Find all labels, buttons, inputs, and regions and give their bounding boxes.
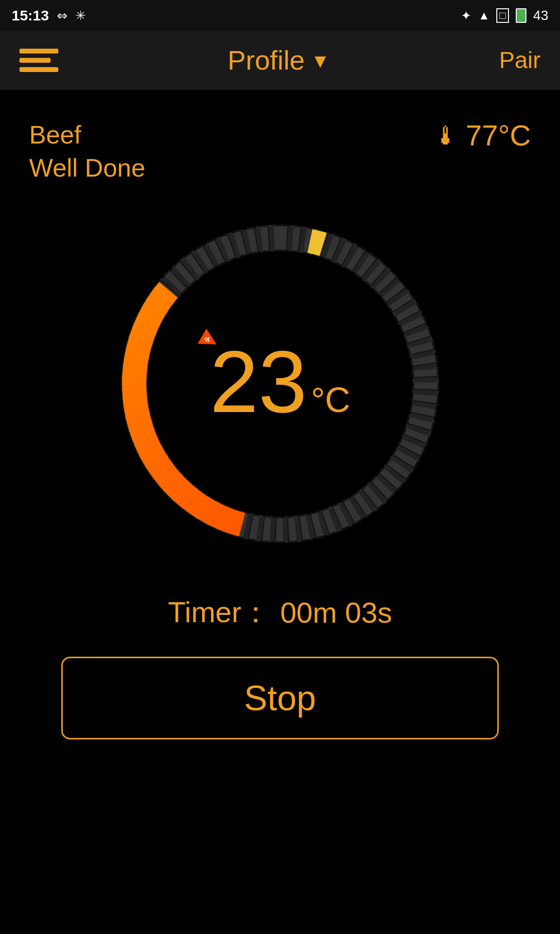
pair-button[interactable]: Pair: [499, 47, 541, 73]
chevron-down-icon: ▼: [311, 50, 330, 72]
timer-label: Timer：: [168, 593, 270, 632]
status-bar: 15:13 ⇔ ✳ ✦ ▲ □ 43: [0, 0, 560, 31]
food-doneness-text: Beef Well Done: [29, 119, 145, 184]
wifi-icon: ▲: [478, 9, 490, 22]
screen-icon: □: [496, 8, 508, 23]
status-right: ✦ ▲ □ 43: [461, 8, 548, 23]
battery-level: 43: [533, 8, 548, 23]
bluetooth-icon: ✦: [461, 8, 472, 23]
menu-button[interactable]: [19, 49, 58, 72]
svg-text:«: «: [204, 333, 210, 345]
current-temp-value: 23: [210, 338, 307, 426]
battery-icon: [516, 8, 526, 23]
status-time: 15:13: [12, 7, 49, 24]
timer-value: 00m 03s: [280, 596, 392, 629]
target-temp-value: 77°C: [466, 119, 531, 152]
temperature-gauge: « 23 °C: [110, 214, 450, 554]
current-temp-display: 23 °C: [210, 338, 350, 430]
timer-section: Timer： 00m 03s: [168, 593, 392, 632]
doneness-level: Well Done: [29, 152, 145, 185]
current-temp-unit: °C: [311, 380, 350, 420]
profile-label: Profile: [228, 44, 305, 76]
nav-bar: Profile ▼ Pair: [0, 31, 560, 90]
stop-button[interactable]: Stop: [61, 657, 499, 739]
profile-title[interactable]: Profile ▼: [228, 44, 330, 76]
thermometer-icon: 🌡: [434, 121, 459, 150]
usb-icon: ⇔: [57, 8, 68, 23]
status-left: 15:13 ⇔ ✳: [12, 7, 86, 24]
profile-info-row: Beef Well Done 🌡 77°C: [29, 119, 531, 184]
target-temperature: 🌡 77°C: [434, 119, 531, 152]
main-content: Beef Well Done 🌡 77°C: [0, 90, 560, 934]
food-name: Beef: [29, 119, 145, 152]
person-icon: ✳: [75, 8, 86, 23]
